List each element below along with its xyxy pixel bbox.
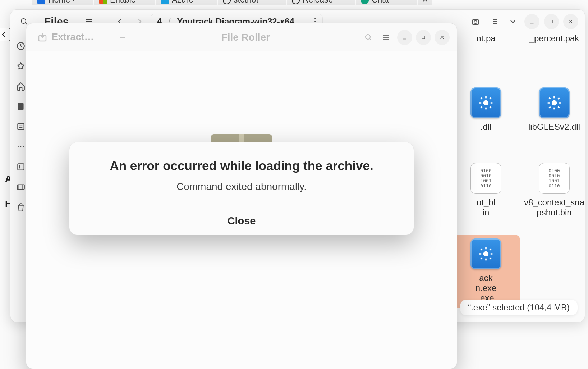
svg-rect-9: [18, 123, 24, 129]
error-dialog: An error occurred while loading the arch…: [69, 142, 414, 235]
music-icon[interactable]: [16, 162, 26, 172]
browser-tab[interactable]: Azure: [156, 0, 217, 5]
browser-tabstrip: Home · Enable Azure stetnot Release Chat…: [0, 0, 588, 5]
tab-close-icon[interactable]: ✕: [418, 0, 432, 5]
tab-label: Azure: [172, 0, 193, 5]
ellipsis-icon[interactable]: ⋯: [17, 142, 25, 151]
gear-file-icon: [470, 238, 501, 269]
dialog-overlay: An error occurred while loading the arch…: [26, 23, 457, 369]
file-label: v8_context_snapshot.bin: [524, 197, 585, 218]
list-view-icon[interactable]: [487, 14, 501, 29]
tab-label: Release: [303, 0, 333, 5]
browser-tab[interactable]: Enable: [94, 0, 155, 5]
svg-point-1: [314, 18, 316, 19]
svg-point-14: [483, 251, 489, 257]
browser-tab[interactable]: Chat: [356, 0, 417, 5]
file-item[interactable]: nt.pa: [455, 33, 516, 44]
trash-icon[interactable]: [16, 202, 26, 212]
svg-point-12: [483, 100, 489, 106]
binary-file-icon: 0100 0010 1001 0110: [470, 163, 501, 194]
videos-icon[interactable]: [16, 182, 26, 192]
browser-tab[interactable]: stetnot: [218, 0, 286, 5]
file-label: ot_bl in: [455, 197, 516, 218]
maximize-button[interactable]: [544, 14, 559, 29]
browser-tab[interactable]: Home ·: [32, 0, 93, 5]
svg-point-0: [21, 19, 26, 23]
svg-point-13: [552, 100, 557, 106]
binary-file-icon: 0100 0010 1001 0110: [539, 163, 570, 194]
svg-rect-6: [550, 20, 553, 23]
minimize-button[interactable]: [524, 14, 539, 29]
home-icon[interactable]: [16, 82, 26, 91]
file-item[interactable]: 0100 0010 1001 0110 ot_bl in: [455, 163, 516, 218]
tab-label: stetnot: [234, 0, 258, 5]
file-label: ack n.exe .exe: [454, 273, 518, 303]
svg-rect-10: [18, 164, 24, 170]
star-icon[interactable]: [16, 62, 26, 71]
close-button[interactable]: [563, 14, 578, 29]
back-nav-icon[interactable]: [0, 28, 10, 41]
file-label: nt.pa: [455, 33, 516, 44]
file-item[interactable]: _percent.pak: [524, 33, 585, 44]
gear-file-icon: [539, 87, 570, 118]
downloads-icon[interactable]: [16, 122, 26, 131]
browser-tab[interactable]: Release: [287, 0, 355, 5]
tab-label: Enable: [110, 0, 136, 5]
selection-status: “.exe” selected (104,4 MB): [460, 300, 578, 315]
gear-file-icon: [470, 87, 501, 118]
camera-icon[interactable]: [468, 14, 483, 29]
file-item-selected[interactable]: ack n.exe .exe: [452, 235, 520, 308]
file-item[interactable]: libGLESv2.dll: [524, 87, 585, 132]
file-item[interactable]: 0100 0010 1001 0110 v8_context_snapshot.…: [524, 163, 585, 218]
dialog-close-button[interactable]: Close: [69, 207, 414, 235]
tab-label: Home ·: [48, 0, 75, 5]
recent-icon[interactable]: [16, 41, 26, 51]
dialog-title: An error occurred while loading the arch…: [84, 159, 399, 173]
svg-rect-8: [18, 103, 23, 110]
dialog-message: Command exited abnormally.: [84, 181, 399, 192]
file-label: .dll: [455, 122, 516, 132]
file-label: libGLESv2.dll: [524, 122, 585, 132]
svg-point-2: [314, 21, 316, 22]
svg-rect-11: [17, 185, 24, 190]
svg-point-5: [474, 21, 477, 24]
documents-icon[interactable]: [16, 102, 26, 111]
tab-label: Chat: [372, 0, 389, 5]
chevron-down-icon[interactable]: [506, 14, 520, 29]
file-item[interactable]: .dll: [455, 87, 516, 132]
file-label: _percent.pak: [524, 33, 585, 44]
